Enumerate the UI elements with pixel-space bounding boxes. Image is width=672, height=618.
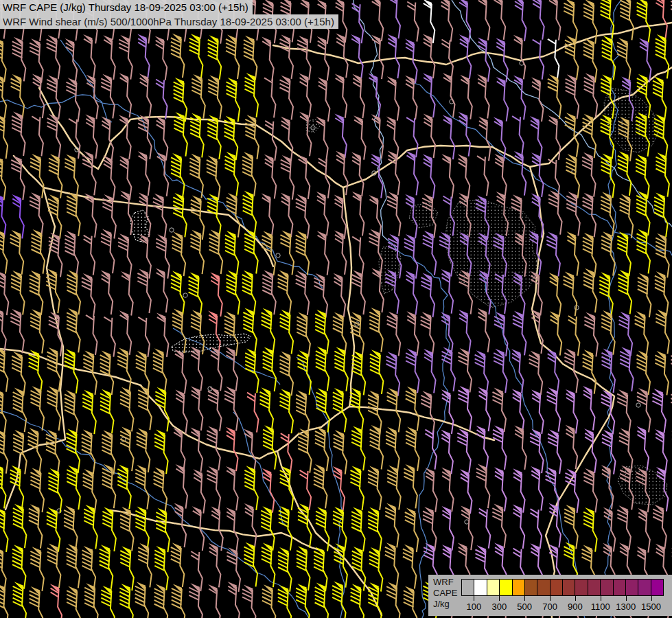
wind-barb xyxy=(637,426,649,471)
wind-barb xyxy=(30,547,44,591)
wind-barb xyxy=(227,271,240,315)
wind-barb xyxy=(656,152,669,197)
wind-barb xyxy=(387,312,401,356)
wind-barb xyxy=(406,151,419,196)
wind-barb xyxy=(352,547,366,591)
legend-tick xyxy=(575,596,576,601)
wind-barb xyxy=(0,229,7,274)
wind-barb xyxy=(655,271,669,316)
wind-barb xyxy=(117,465,131,510)
river xyxy=(60,40,112,122)
wind-barb xyxy=(156,508,170,553)
wind-barb xyxy=(532,0,544,40)
wind-barb xyxy=(154,546,168,591)
wind-barb xyxy=(102,117,114,161)
wind-barb xyxy=(564,505,578,549)
wind-barb xyxy=(262,231,276,276)
wind-barb xyxy=(67,308,80,353)
wind-barb xyxy=(654,193,668,238)
wind-barb xyxy=(171,153,185,198)
wind-barb xyxy=(548,74,561,119)
wind-barb xyxy=(332,582,346,618)
wind-barb xyxy=(371,35,384,80)
wind-barb xyxy=(227,582,240,618)
wind-barb xyxy=(154,584,168,618)
wind-barb xyxy=(548,39,559,79)
wind-barb xyxy=(65,38,78,83)
wind-barb xyxy=(120,387,134,432)
wind-barb xyxy=(118,233,132,278)
weather-map-screen: WRF CAPE (J/kg) Thursday 18-09-2025 03:0… xyxy=(0,0,672,618)
wind-barb xyxy=(30,271,43,315)
legend-swatch xyxy=(651,580,663,595)
wind-barb xyxy=(67,192,80,236)
wind-barb xyxy=(245,115,259,159)
wind-barb xyxy=(82,430,95,474)
wind-barb xyxy=(46,430,60,474)
wind-barb xyxy=(101,271,113,315)
wind-barb xyxy=(281,193,293,238)
wind-barb xyxy=(601,0,614,39)
wind-barb xyxy=(512,116,524,156)
wind-barb xyxy=(82,273,95,318)
wind-barb xyxy=(316,192,329,236)
country-border xyxy=(343,187,354,407)
wind-barb xyxy=(533,40,544,80)
wind-barb xyxy=(262,271,276,315)
wind-barb xyxy=(403,545,417,589)
wind-barb xyxy=(297,36,311,80)
wind-barb xyxy=(618,270,632,314)
wind-barb xyxy=(478,0,490,41)
wind-barb xyxy=(385,503,399,548)
urban-area xyxy=(445,199,539,308)
wind-barb xyxy=(423,507,437,551)
wind-barb xyxy=(492,504,506,549)
wind-barb xyxy=(244,503,257,548)
wind-barb xyxy=(32,229,45,274)
wind-barb xyxy=(406,311,419,356)
wind-barb xyxy=(352,237,364,277)
wind-barb xyxy=(441,0,453,42)
wind-barb-field xyxy=(0,0,672,618)
wind-barb xyxy=(47,507,60,552)
wind-barb xyxy=(280,352,294,396)
wind-barb xyxy=(0,464,6,509)
wind-barb xyxy=(368,466,382,510)
wind-barb xyxy=(208,35,222,80)
wind-barb xyxy=(264,78,276,117)
wind-barb xyxy=(171,543,185,588)
wind-barb xyxy=(387,76,399,121)
wind-barb xyxy=(389,0,401,38)
wind-barb xyxy=(494,154,507,198)
wind-barb xyxy=(296,391,310,435)
wind-barb xyxy=(173,428,185,472)
wind-barb xyxy=(47,347,61,392)
wind-barb xyxy=(619,428,633,473)
wind-barb xyxy=(351,271,365,315)
wind-barb xyxy=(351,584,364,618)
wind-barb xyxy=(82,151,96,196)
title-cape-text: WRF CAPE (J/kg) Thursday 18-09-2025 03:0… xyxy=(3,1,248,13)
wind-barb xyxy=(404,586,417,618)
wind-barb xyxy=(566,74,579,119)
legend-swatch xyxy=(575,580,588,595)
legend-tick-label: 1300 xyxy=(616,602,636,612)
wind-barb xyxy=(351,152,364,197)
wind-barb xyxy=(601,154,615,198)
wind-barb xyxy=(334,273,346,318)
wind-barb xyxy=(208,75,222,119)
wind-barb xyxy=(425,468,437,512)
wind-barb xyxy=(620,194,634,238)
wind-barb xyxy=(421,273,435,318)
wind-barb xyxy=(65,231,79,275)
wind-barb xyxy=(314,464,327,509)
wind-barb xyxy=(476,464,490,509)
wind-barb xyxy=(460,75,472,119)
wind-barb xyxy=(617,389,631,434)
legend-tick xyxy=(651,596,652,601)
wind-barb xyxy=(549,273,561,317)
wind-barb xyxy=(135,582,149,618)
country-border xyxy=(5,156,65,510)
wind-barb xyxy=(475,350,489,395)
wind-barb xyxy=(298,428,312,473)
